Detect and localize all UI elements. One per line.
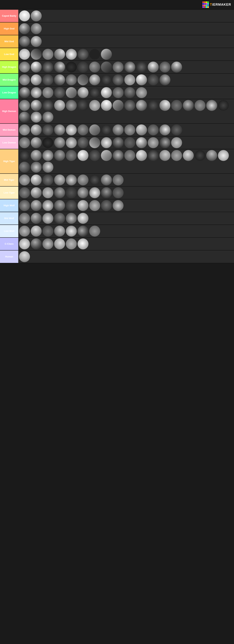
avatar[interactable]: [148, 137, 159, 148]
avatar[interactable]: [19, 100, 30, 111]
avatar[interactable]: [101, 124, 112, 136]
avatar[interactable]: [42, 62, 53, 72]
avatar[interactable]: [19, 162, 30, 173]
avatar[interactable]: [31, 74, 42, 85]
avatar[interactable]: [42, 112, 53, 122]
avatar[interactable]: [19, 174, 30, 186]
avatar[interactable]: [124, 87, 135, 98]
avatar[interactable]: [136, 62, 147, 72]
avatar[interactable]: [89, 74, 100, 85]
avatar[interactable]: [31, 200, 42, 211]
avatar[interactable]: [54, 87, 65, 98]
avatar[interactable]: [171, 137, 182, 148]
avatar[interactable]: [113, 174, 124, 186]
avatar[interactable]: [42, 174, 53, 186]
avatar[interactable]: [113, 200, 124, 211]
avatar[interactable]: [78, 100, 89, 111]
avatar[interactable]: [42, 87, 53, 98]
avatar[interactable]: [78, 213, 89, 224]
avatar[interactable]: [89, 100, 100, 111]
avatar[interactable]: [31, 162, 42, 173]
avatar[interactable]: [89, 150, 100, 161]
avatar[interactable]: [101, 150, 112, 161]
avatar[interactable]: [101, 137, 112, 148]
avatar[interactable]: [136, 150, 147, 161]
avatar[interactable]: [31, 100, 42, 111]
avatar[interactable]: [66, 150, 77, 161]
avatar[interactable]: [31, 36, 42, 47]
avatar[interactable]: [171, 62, 182, 72]
avatar[interactable]: [19, 200, 30, 211]
avatar[interactable]: [66, 124, 77, 136]
avatar[interactable]: [19, 226, 30, 236]
avatar[interactable]: [159, 137, 170, 148]
avatar[interactable]: [171, 124, 182, 136]
avatar[interactable]: [159, 100, 170, 111]
avatar[interactable]: [171, 150, 182, 161]
avatar[interactable]: [78, 187, 89, 198]
avatar[interactable]: [78, 200, 89, 211]
avatar[interactable]: [19, 74, 30, 85]
avatar[interactable]: [78, 62, 89, 72]
avatar[interactable]: [42, 100, 53, 111]
avatar[interactable]: [19, 238, 30, 250]
avatar[interactable]: [148, 62, 159, 72]
avatar[interactable]: [101, 62, 112, 72]
avatar[interactable]: [54, 62, 65, 72]
avatar[interactable]: [89, 174, 100, 186]
avatar[interactable]: [19, 10, 30, 22]
avatar[interactable]: [31, 226, 42, 236]
avatar[interactable]: [124, 74, 135, 85]
avatar[interactable]: [66, 200, 77, 211]
avatar[interactable]: [78, 174, 89, 186]
avatar[interactable]: [78, 87, 89, 98]
avatar[interactable]: [101, 87, 112, 98]
avatar[interactable]: [136, 100, 147, 111]
avatar[interactable]: [42, 49, 53, 60]
avatar[interactable]: [206, 100, 217, 111]
avatar[interactable]: [89, 49, 100, 60]
avatar[interactable]: [89, 62, 100, 72]
avatar[interactable]: [19, 112, 30, 122]
avatar[interactable]: [66, 226, 77, 236]
avatar[interactable]: [78, 124, 89, 136]
avatar[interactable]: [19, 150, 30, 161]
avatar[interactable]: [31, 62, 42, 72]
avatar[interactable]: [54, 213, 65, 224]
avatar[interactable]: [31, 10, 42, 22]
avatar[interactable]: [113, 137, 124, 148]
avatar[interactable]: [66, 174, 77, 186]
avatar[interactable]: [19, 187, 30, 198]
avatar[interactable]: [78, 226, 89, 236]
avatar[interactable]: [89, 124, 100, 136]
avatar[interactable]: [31, 150, 42, 161]
avatar[interactable]: [66, 49, 77, 60]
avatar[interactable]: [124, 100, 135, 111]
avatar[interactable]: [136, 124, 147, 136]
avatar[interactable]: [113, 87, 124, 98]
avatar[interactable]: [136, 137, 147, 148]
avatar[interactable]: [42, 150, 53, 161]
avatar[interactable]: [31, 112, 42, 122]
avatar[interactable]: [124, 124, 135, 136]
avatar[interactable]: [148, 100, 159, 111]
avatar[interactable]: [31, 124, 42, 136]
avatar[interactable]: [159, 62, 170, 72]
avatar[interactable]: [113, 100, 124, 111]
avatar[interactable]: [101, 100, 112, 111]
avatar[interactable]: [54, 74, 65, 85]
avatar[interactable]: [136, 87, 147, 98]
avatar[interactable]: [31, 187, 42, 198]
avatar[interactable]: [78, 49, 89, 60]
avatar[interactable]: [31, 49, 42, 60]
avatar[interactable]: [19, 251, 30, 262]
avatar[interactable]: [54, 238, 65, 250]
avatar[interactable]: [42, 124, 53, 136]
avatar[interactable]: [101, 74, 112, 85]
avatar[interactable]: [66, 137, 77, 148]
avatar[interactable]: [183, 100, 194, 111]
avatar[interactable]: [54, 49, 65, 60]
avatar[interactable]: [159, 150, 170, 161]
avatar[interactable]: [78, 74, 89, 85]
avatar[interactable]: [19, 23, 30, 34]
